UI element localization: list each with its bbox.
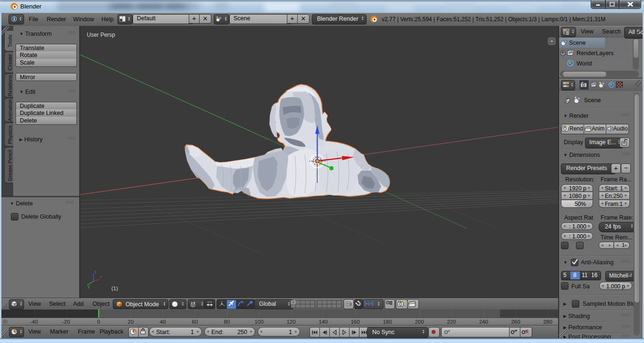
svg-text:200: 200	[415, 319, 424, 325]
svg-text:120: 120	[286, 319, 295, 325]
svg-text:User Persp: User Persp	[87, 32, 115, 38]
svg-text:0: 0	[97, 319, 100, 325]
svg-text:100: 100	[254, 319, 263, 325]
svg-text:y: y	[88, 284, 90, 289]
svg-text:+: +	[550, 38, 553, 44]
svg-text:40: 40	[160, 319, 166, 325]
svg-text:-20: -20	[62, 319, 70, 325]
svg-text:-40: -40	[30, 319, 38, 325]
svg-text:x: x	[100, 274, 102, 279]
svg-text:80: 80	[224, 319, 230, 325]
svg-text:20: 20	[128, 319, 134, 325]
svg-text:220: 220	[447, 319, 456, 325]
svg-text:280: 280	[543, 319, 552, 325]
svg-text:240: 240	[479, 319, 488, 325]
svg-text:180: 180	[383, 319, 392, 325]
svg-text:(1): (1)	[111, 286, 118, 291]
svg-text:60: 60	[192, 319, 198, 325]
svg-text:160: 160	[351, 319, 360, 325]
svg-text:i: i	[14, 16, 15, 21]
svg-text:z: z	[94, 270, 97, 274]
svg-text:260: 260	[511, 319, 520, 325]
svg-text:140: 140	[318, 319, 327, 325]
